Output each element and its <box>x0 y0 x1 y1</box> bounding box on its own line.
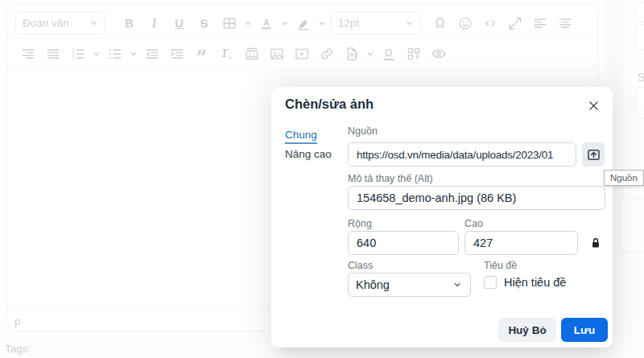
width-label: Rộng <box>348 218 372 229</box>
cancel-button[interactable]: Huỷ Bỏ <box>498 318 556 342</box>
tab-advanced[interactable]: Nâng cao <box>285 148 332 160</box>
close-button[interactable] <box>584 96 603 115</box>
browse-source-icon <box>586 147 601 163</box>
source-input[interactable] <box>348 142 576 167</box>
dialog-title: Chèn/sửa ảnh <box>285 97 374 112</box>
class-select[interactable]: Không <box>348 273 471 297</box>
tab-general[interactable]: Chung <box>285 129 317 141</box>
close-icon <box>587 99 601 113</box>
class-label: Class <box>348 260 373 271</box>
browse-source-button[interactable] <box>582 142 605 167</box>
chevron-down-icon <box>452 279 463 290</box>
lock-icon <box>588 235 603 251</box>
height-label: Cao <box>464 218 483 229</box>
save-button[interactable]: Lưu <box>561 318 608 342</box>
constrain-proportions-toggle[interactable] <box>587 233 605 253</box>
show-caption-label: Hiện tiêu đề <box>504 276 566 289</box>
show-caption-row: Hiện tiêu đề <box>484 276 566 289</box>
width-input[interactable] <box>348 231 459 255</box>
source-tooltip: Nguồn <box>604 170 644 186</box>
class-select-value: Không <box>356 278 390 291</box>
alt-label: Mô tả thay thế (Alt) <box>348 173 433 184</box>
source-label: Nguồn <box>348 126 378 137</box>
height-input[interactable] <box>464 231 578 255</box>
alt-input[interactable] <box>348 186 605 210</box>
show-caption-checkbox[interactable] <box>484 276 497 289</box>
caption-label: Tiêu đề <box>484 260 517 271</box>
insert-edit-image-dialog: Chèn/sửa ảnh Chung Nâng cao Nguồn Mô tả … <box>271 87 613 348</box>
